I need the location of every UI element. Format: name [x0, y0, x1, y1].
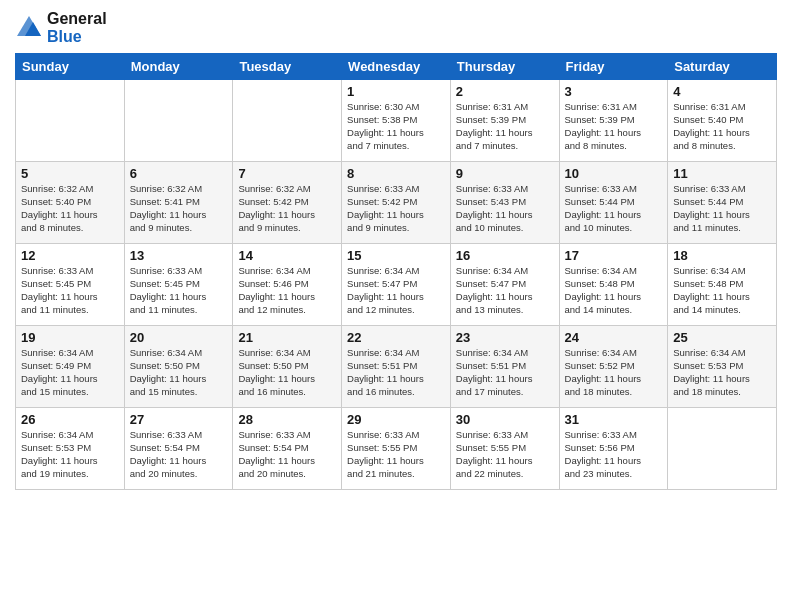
day-number: 27 — [130, 412, 228, 427]
day-number: 22 — [347, 330, 445, 345]
calendar-cell: 18Sunrise: 6:34 AM Sunset: 5:48 PM Dayli… — [668, 244, 777, 326]
calendar-cell: 11Sunrise: 6:33 AM Sunset: 5:44 PM Dayli… — [668, 162, 777, 244]
day-number: 2 — [456, 84, 554, 99]
day-number: 26 — [21, 412, 119, 427]
day-info: Sunrise: 6:33 AM Sunset: 5:42 PM Dayligh… — [347, 183, 445, 234]
day-info: Sunrise: 6:33 AM Sunset: 5:44 PM Dayligh… — [673, 183, 771, 234]
day-number: 12 — [21, 248, 119, 263]
day-info: Sunrise: 6:33 AM Sunset: 5:56 PM Dayligh… — [565, 429, 663, 480]
day-info: Sunrise: 6:33 AM Sunset: 5:55 PM Dayligh… — [456, 429, 554, 480]
calendar-cell: 29Sunrise: 6:33 AM Sunset: 5:55 PM Dayli… — [342, 408, 451, 490]
calendar-cell: 8Sunrise: 6:33 AM Sunset: 5:42 PM Daylig… — [342, 162, 451, 244]
calendar-cell: 20Sunrise: 6:34 AM Sunset: 5:50 PM Dayli… — [124, 326, 233, 408]
day-number: 6 — [130, 166, 228, 181]
calendar-cell: 2Sunrise: 6:31 AM Sunset: 5:39 PM Daylig… — [450, 80, 559, 162]
day-number: 9 — [456, 166, 554, 181]
calendar-cell: 30Sunrise: 6:33 AM Sunset: 5:55 PM Dayli… — [450, 408, 559, 490]
calendar-cell: 31Sunrise: 6:33 AM Sunset: 5:56 PM Dayli… — [559, 408, 668, 490]
day-number: 7 — [238, 166, 336, 181]
calendar-cell: 28Sunrise: 6:33 AM Sunset: 5:54 PM Dayli… — [233, 408, 342, 490]
day-info: Sunrise: 6:31 AM Sunset: 5:40 PM Dayligh… — [673, 101, 771, 152]
day-info: Sunrise: 6:34 AM Sunset: 5:50 PM Dayligh… — [130, 347, 228, 398]
header: General Blue — [15, 10, 777, 45]
day-info: Sunrise: 6:34 AM Sunset: 5:46 PM Dayligh… — [238, 265, 336, 316]
calendar-cell: 24Sunrise: 6:34 AM Sunset: 5:52 PM Dayli… — [559, 326, 668, 408]
day-number: 20 — [130, 330, 228, 345]
day-info: Sunrise: 6:32 AM Sunset: 5:40 PM Dayligh… — [21, 183, 119, 234]
day-info: Sunrise: 6:34 AM Sunset: 5:53 PM Dayligh… — [673, 347, 771, 398]
day-info: Sunrise: 6:34 AM Sunset: 5:47 PM Dayligh… — [456, 265, 554, 316]
day-number: 17 — [565, 248, 663, 263]
calendar-cell: 22Sunrise: 6:34 AM Sunset: 5:51 PM Dayli… — [342, 326, 451, 408]
weekday-header: Sunday — [16, 54, 125, 80]
day-number: 30 — [456, 412, 554, 427]
day-info: Sunrise: 6:33 AM Sunset: 5:54 PM Dayligh… — [130, 429, 228, 480]
calendar-week-row: 12Sunrise: 6:33 AM Sunset: 5:45 PM Dayli… — [16, 244, 777, 326]
weekday-header: Wednesday — [342, 54, 451, 80]
logo: General Blue — [15, 10, 107, 45]
weekday-header: Tuesday — [233, 54, 342, 80]
calendar-cell: 1Sunrise: 6:30 AM Sunset: 5:38 PM Daylig… — [342, 80, 451, 162]
calendar-cell: 26Sunrise: 6:34 AM Sunset: 5:53 PM Dayli… — [16, 408, 125, 490]
logo-text: General Blue — [47, 10, 107, 45]
day-info: Sunrise: 6:34 AM Sunset: 5:52 PM Dayligh… — [565, 347, 663, 398]
calendar-cell: 16Sunrise: 6:34 AM Sunset: 5:47 PM Dayli… — [450, 244, 559, 326]
day-number: 19 — [21, 330, 119, 345]
day-number: 29 — [347, 412, 445, 427]
day-info: Sunrise: 6:32 AM Sunset: 5:42 PM Dayligh… — [238, 183, 336, 234]
day-info: Sunrise: 6:31 AM Sunset: 5:39 PM Dayligh… — [456, 101, 554, 152]
calendar-cell: 14Sunrise: 6:34 AM Sunset: 5:46 PM Dayli… — [233, 244, 342, 326]
day-info: Sunrise: 6:34 AM Sunset: 5:47 PM Dayligh… — [347, 265, 445, 316]
day-info: Sunrise: 6:34 AM Sunset: 5:49 PM Dayligh… — [21, 347, 119, 398]
day-number: 16 — [456, 248, 554, 263]
logo-icon — [15, 14, 43, 42]
day-number: 1 — [347, 84, 445, 99]
day-number: 3 — [565, 84, 663, 99]
day-info: Sunrise: 6:34 AM Sunset: 5:48 PM Dayligh… — [565, 265, 663, 316]
day-info: Sunrise: 6:30 AM Sunset: 5:38 PM Dayligh… — [347, 101, 445, 152]
calendar-cell: 21Sunrise: 6:34 AM Sunset: 5:50 PM Dayli… — [233, 326, 342, 408]
calendar-cell: 12Sunrise: 6:33 AM Sunset: 5:45 PM Dayli… — [16, 244, 125, 326]
day-info: Sunrise: 6:33 AM Sunset: 5:43 PM Dayligh… — [456, 183, 554, 234]
day-number: 8 — [347, 166, 445, 181]
day-number: 23 — [456, 330, 554, 345]
calendar-cell: 13Sunrise: 6:33 AM Sunset: 5:45 PM Dayli… — [124, 244, 233, 326]
calendar-cell: 19Sunrise: 6:34 AM Sunset: 5:49 PM Dayli… — [16, 326, 125, 408]
calendar-week-row: 5Sunrise: 6:32 AM Sunset: 5:40 PM Daylig… — [16, 162, 777, 244]
weekday-header: Thursday — [450, 54, 559, 80]
calendar-cell: 15Sunrise: 6:34 AM Sunset: 5:47 PM Dayli… — [342, 244, 451, 326]
day-info: Sunrise: 6:34 AM Sunset: 5:53 PM Dayligh… — [21, 429, 119, 480]
day-number: 25 — [673, 330, 771, 345]
calendar-cell — [124, 80, 233, 162]
day-number: 13 — [130, 248, 228, 263]
weekday-header-row: SundayMondayTuesdayWednesdayThursdayFrid… — [16, 54, 777, 80]
day-number: 28 — [238, 412, 336, 427]
calendar-cell: 23Sunrise: 6:34 AM Sunset: 5:51 PM Dayli… — [450, 326, 559, 408]
calendar-week-row: 19Sunrise: 6:34 AM Sunset: 5:49 PM Dayli… — [16, 326, 777, 408]
weekday-header: Saturday — [668, 54, 777, 80]
day-info: Sunrise: 6:31 AM Sunset: 5:39 PM Dayligh… — [565, 101, 663, 152]
calendar-week-row: 1Sunrise: 6:30 AM Sunset: 5:38 PM Daylig… — [16, 80, 777, 162]
calendar-cell: 17Sunrise: 6:34 AM Sunset: 5:48 PM Dayli… — [559, 244, 668, 326]
day-number: 18 — [673, 248, 771, 263]
day-info: Sunrise: 6:33 AM Sunset: 5:45 PM Dayligh… — [21, 265, 119, 316]
calendar-cell: 3Sunrise: 6:31 AM Sunset: 5:39 PM Daylig… — [559, 80, 668, 162]
day-info: Sunrise: 6:34 AM Sunset: 5:51 PM Dayligh… — [347, 347, 445, 398]
calendar-cell: 5Sunrise: 6:32 AM Sunset: 5:40 PM Daylig… — [16, 162, 125, 244]
day-number: 15 — [347, 248, 445, 263]
day-number: 4 — [673, 84, 771, 99]
day-info: Sunrise: 6:34 AM Sunset: 5:48 PM Dayligh… — [673, 265, 771, 316]
day-number: 31 — [565, 412, 663, 427]
day-number: 24 — [565, 330, 663, 345]
calendar-cell — [233, 80, 342, 162]
day-info: Sunrise: 6:33 AM Sunset: 5:45 PM Dayligh… — [130, 265, 228, 316]
calendar-cell: 9Sunrise: 6:33 AM Sunset: 5:43 PM Daylig… — [450, 162, 559, 244]
day-info: Sunrise: 6:34 AM Sunset: 5:50 PM Dayligh… — [238, 347, 336, 398]
calendar-cell: 4Sunrise: 6:31 AM Sunset: 5:40 PM Daylig… — [668, 80, 777, 162]
day-number: 10 — [565, 166, 663, 181]
calendar-table: SundayMondayTuesdayWednesdayThursdayFrid… — [15, 53, 777, 490]
day-number: 5 — [21, 166, 119, 181]
day-info: Sunrise: 6:32 AM Sunset: 5:41 PM Dayligh… — [130, 183, 228, 234]
day-info: Sunrise: 6:34 AM Sunset: 5:51 PM Dayligh… — [456, 347, 554, 398]
calendar-cell — [668, 408, 777, 490]
